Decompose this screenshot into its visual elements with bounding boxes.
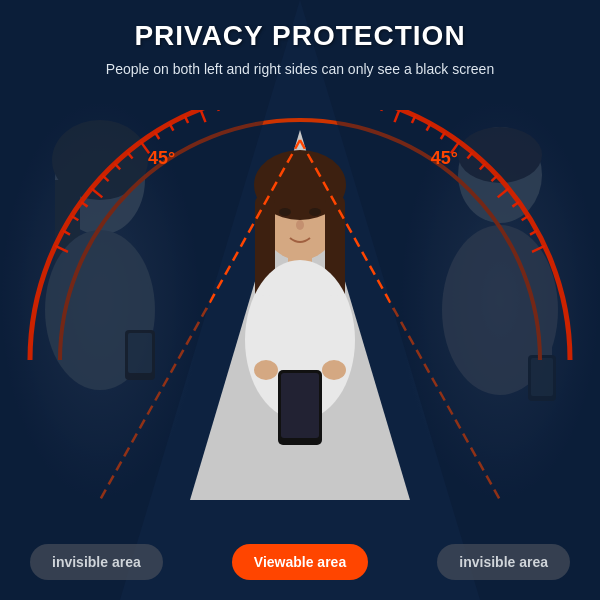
- page-title: PRIVACY PROTECTION: [134, 20, 465, 52]
- badges-row: invisible area Viewable area invisible a…: [0, 544, 600, 580]
- viewable-area-badge: Viewable area: [232, 544, 368, 580]
- page-subtitle: People on both left and right sides can …: [86, 60, 514, 80]
- angle-left-label: 45°: [148, 148, 175, 169]
- invisible-area-right-badge: invisible area: [437, 544, 570, 580]
- page-container: PRIVACY PROTECTION People on both left a…: [0, 0, 600, 600]
- angle-right-label: 45°: [431, 148, 458, 169]
- invisible-area-left-badge: invisible area: [30, 544, 163, 580]
- arc-overlay: [20, 100, 580, 400]
